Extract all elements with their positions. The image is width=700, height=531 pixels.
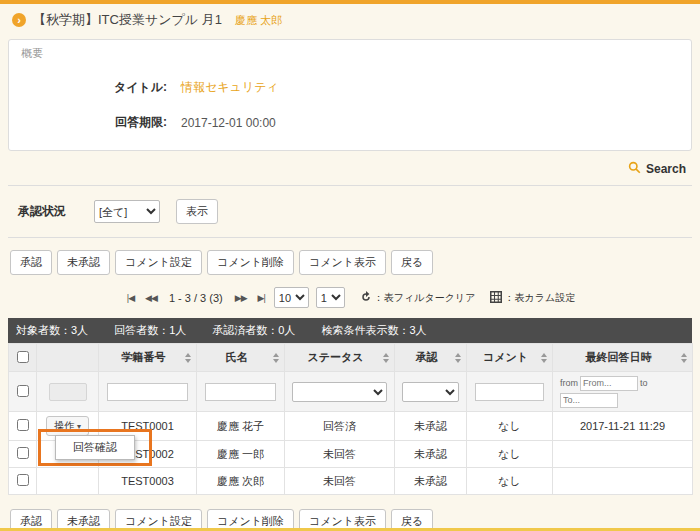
approval-filter-section: 承認状況 [全て] 表示 (8, 186, 692, 238)
cell-last-answered: 2017-11-21 11:29 (553, 412, 693, 441)
pager: |◀ ◀◀ 1 - 3 / 3 (3) ▶▶ ▶| 10 1 ：表フィルタークリ… (8, 283, 692, 318)
action-buttons-top: 承認 未承認 コメント設定 コメント削除 コメント表示 戻る (8, 238, 692, 283)
name-filter-cell (197, 372, 285, 412)
last-page-button[interactable]: ▶| (256, 291, 267, 305)
name-header-label: 氏名 (226, 351, 248, 363)
approve-button[interactable]: 承認 (10, 250, 52, 275)
student-id-header-label: 学籍番号 (122, 351, 166, 363)
menu-item-answer-confirm[interactable]: 回答確認 (56, 436, 134, 459)
search-icon (628, 161, 641, 177)
filter-clear-legend: ：表フィルタークリア (360, 289, 476, 307)
row-checkbox-cell (9, 412, 37, 441)
comment-set-button[interactable]: コメント設定 (115, 250, 202, 275)
column-header-name[interactable]: 氏名 (197, 344, 285, 372)
column-settings-legend: ：表カラム設定 (490, 289, 575, 307)
cell-status: 未回答 (285, 468, 395, 495)
cell-student-id: TEST0003 (99, 468, 197, 495)
unapprove-button[interactable]: 未承認 (57, 250, 110, 275)
column-header-last-answered[interactable]: 最終回答日時 (553, 344, 693, 372)
column-header-student-id[interactable]: 学籍番号 (99, 344, 197, 372)
back-button[interactable]: 戻る (391, 250, 433, 275)
table-filter-row: from to (9, 372, 693, 412)
cell-status: 回答済 (285, 412, 395, 441)
page-title: 【秋学期】ITC授業サンプル 月1 (33, 11, 222, 29)
search-row: Search (8, 151, 692, 186)
comment-show-button[interactable]: コメント表示 (299, 250, 386, 275)
column-header-comment[interactable]: コメント (467, 344, 553, 372)
cell-name: 慶應 一郎 (197, 441, 285, 468)
title-label: タイトル: (21, 79, 181, 96)
page-range-text: 1 - 3 / 3 (3) (169, 292, 223, 304)
approval-filter-cell (395, 372, 467, 412)
cell-name: 慶應 花子 (197, 412, 285, 441)
operation-filter-placeholder (49, 383, 87, 401)
date-to-input[interactable] (560, 393, 618, 408)
cell-last-answered (553, 468, 693, 495)
approved-count: 承認済者数：0人 (212, 323, 295, 338)
from-label: from (560, 378, 578, 388)
user-name-link[interactable]: 慶應 太郎 (235, 13, 282, 28)
cell-comment: なし (467, 412, 553, 441)
approval-status-label: 承認状況 (18, 203, 90, 220)
next-page-button[interactable]: ▶▶ (233, 291, 249, 305)
first-page-button[interactable]: |◀ (125, 291, 136, 305)
search-label: Search (646, 162, 686, 176)
operation-header-cell (37, 344, 99, 372)
comment-header-label: コメント (483, 351, 528, 363)
respondent-count: 回答者数：1人 (114, 323, 186, 338)
column-header-approval[interactable]: 承認 (395, 344, 467, 372)
deadline-label: 回答期限: (21, 114, 181, 131)
cell-approval: 未承認 (395, 441, 467, 468)
page-size-select[interactable]: 10 (274, 287, 309, 308)
filter-clear-label: ：表フィルタークリア (374, 291, 476, 305)
results-table-wrap: 学籍番号 氏名 ステータス 承認 コメント 最終回答日時 (8, 343, 692, 495)
prev-page-button[interactable]: ◀◀ (143, 291, 159, 305)
comment-filter-input[interactable] (475, 383, 544, 401)
date-from-input[interactable] (580, 376, 638, 391)
search-toggle-button[interactable]: Search (628, 161, 686, 177)
row-checkbox[interactable] (17, 447, 29, 459)
table-header-row: 学籍番号 氏名 ステータス 承認 コメント 最終回答日時 (9, 344, 693, 372)
annotation-highlight: 回答確認 (38, 429, 152, 466)
to-label: to (640, 378, 648, 388)
summary-bar: 対象者数：3人 回答者数：1人 承認済者数：0人 検索条件表示数：3人 (8, 318, 692, 343)
sort-icon (273, 353, 279, 363)
filter-checkbox-cell (9, 372, 37, 412)
deadline-field-row: 回答期限: 2017-12-01 00:00 (21, 114, 679, 131)
table-row: TEST0003 慶應 次郎 未回答 未承認 なし (9, 468, 693, 495)
row-checkbox-cell (9, 468, 37, 495)
select-all-checkbox[interactable] (17, 351, 29, 363)
sort-icon (541, 353, 547, 363)
cell-approval: 未承認 (395, 468, 467, 495)
approval-status-select[interactable]: [全て] (94, 200, 160, 223)
status-filter-cell (285, 372, 395, 412)
approval-filter-select[interactable] (402, 382, 459, 402)
cell-approval: 未承認 (395, 412, 467, 441)
target-count: 対象者数：3人 (16, 323, 88, 338)
student-id-filter-input[interactable] (107, 383, 188, 401)
row-checkbox[interactable] (17, 419, 29, 431)
show-button[interactable]: 表示 (176, 199, 218, 224)
table-grid-icon[interactable] (490, 289, 502, 307)
chevron-icon: › (12, 13, 26, 27)
column-settings-label: ：表カラム設定 (504, 291, 575, 305)
page-number-select[interactable]: 1 (316, 287, 345, 308)
refresh-icon[interactable] (360, 289, 372, 307)
sort-icon (185, 353, 191, 363)
column-header-status[interactable]: ステータス (285, 344, 395, 372)
name-filter-input[interactable] (205, 383, 276, 401)
date-filter-cell: from to (553, 372, 693, 412)
cell-comment: なし (467, 441, 553, 468)
deadline-value: 2017-12-01 00:00 (181, 116, 276, 130)
operation-cell (37, 468, 99, 495)
select-all-cell (9, 344, 37, 372)
status-filter-select[interactable] (292, 382, 387, 402)
row-checkbox[interactable] (17, 474, 29, 486)
filter-row-checkbox[interactable] (17, 385, 29, 397)
shown-count: 検索条件表示数：3人 (321, 323, 426, 338)
last-answered-header-label: 最終回答日時 (586, 351, 652, 363)
cell-comment: なし (467, 468, 553, 495)
comment-delete-button[interactable]: コメント削除 (207, 250, 294, 275)
cell-status: 未回答 (285, 441, 395, 468)
comment-filter-cell (467, 372, 553, 412)
